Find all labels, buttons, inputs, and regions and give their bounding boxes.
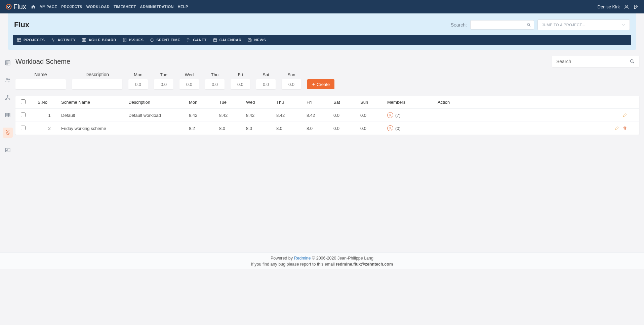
label-description: Description: [85, 72, 109, 77]
input-sun[interactable]: [282, 79, 301, 89]
svg-point-15: [9, 99, 10, 100]
subheader-title: Flux: [14, 20, 29, 29]
cell-thu: 8.42: [276, 113, 307, 118]
footer-bug-email: redmine.flux@zehntech.com: [336, 262, 393, 267]
input-thu[interactable]: [205, 79, 225, 89]
cell-sun: 0.0: [360, 113, 387, 118]
submenu-activity[interactable]: ACTIVITY: [51, 38, 76, 42]
cell-thu: 8.0: [276, 126, 307, 131]
input-name[interactable]: [15, 79, 66, 89]
sidebar-workload-scheme[interactable]: [3, 128, 13, 138]
th-thu: Thu: [276, 100, 307, 105]
label-sun: Sun: [287, 72, 295, 77]
th-scheme: Scheme Name: [61, 100, 128, 105]
page-title: Workload Scheme: [15, 58, 70, 65]
search-icon: [527, 22, 531, 27]
svg-point-14: [5, 99, 6, 100]
svg-point-12: [8, 79, 10, 80]
table-row: 2Friday working scheme8.28.08.08.08.00.0…: [15, 122, 639, 135]
footer-redmine-link[interactable]: Redmine: [294, 256, 311, 261]
page-search-input[interactable]: [556, 59, 630, 64]
svg-rect-7: [213, 39, 216, 42]
cell-action: [438, 113, 634, 118]
svg-rect-4: [82, 38, 86, 41]
nav-timesheet[interactable]: TIMESHEET: [114, 5, 136, 9]
svg-point-10: [6, 61, 7, 62]
create-button[interactable]: Create: [307, 79, 334, 89]
sidebar-report[interactable]: [3, 145, 13, 155]
row-checkbox[interactable]: [21, 112, 26, 117]
calendar-icon: [213, 38, 217, 42]
scheme-table: S.No Scheme Name Description Mon Tue Wed…: [15, 96, 639, 135]
submenu-issues[interactable]: ISSUES: [122, 38, 144, 42]
submenu-gantt[interactable]: GANTT: [186, 38, 206, 42]
page-search[interactable]: [552, 56, 639, 67]
content: Workload Scheme Name Description Mon Tue: [15, 50, 644, 252]
topbar-right: Denise Kirk: [598, 4, 639, 9]
cell-fri: 8.0: [307, 126, 333, 131]
sidebar-network[interactable]: [3, 93, 13, 103]
cell-action: [438, 126, 634, 131]
cell-tue: 8.0: [219, 126, 246, 131]
nav-help[interactable]: HELP: [178, 5, 188, 9]
user-icon[interactable]: [624, 4, 629, 9]
cell-desc: Default workload: [128, 113, 189, 118]
board-icon: [82, 38, 86, 42]
input-tue[interactable]: [154, 79, 173, 89]
svg-point-19: [631, 60, 633, 62]
nav-mypage[interactable]: MY PAGE: [40, 5, 57, 9]
brand-logo[interactable]: Flux: [5, 3, 26, 11]
nav-projects[interactable]: PROJECTS: [61, 5, 82, 9]
submenu-calendar[interactable]: CALENDAR: [213, 38, 242, 42]
th-action: Action: [438, 100, 634, 105]
edit-icon[interactable]: [614, 126, 619, 131]
cell-mon: 8.2: [189, 126, 219, 131]
sidebar-table[interactable]: [3, 110, 13, 120]
cell-wed: 8.0: [246, 126, 276, 131]
footer: Powered by Redmine © 2006-2020 Jean-Phil…: [0, 252, 644, 269]
global-search[interactable]: [470, 20, 534, 30]
user-name[interactable]: Denise Kirk: [598, 4, 620, 9]
label-sat: Sat: [263, 72, 269, 77]
topbar: Flux MY PAGE PROJECTS WORKLOAD TIMESHEET…: [0, 0, 644, 13]
footer-powered: Powered by: [271, 256, 294, 261]
members-icon: [387, 112, 393, 118]
nav-home[interactable]: [31, 4, 36, 9]
submenu-agile[interactable]: AGILE BOARD: [82, 38, 116, 42]
cell-mon: 8.42: [189, 113, 219, 118]
clock-icon: [150, 38, 154, 42]
nav-administration[interactable]: ADMINISTRATION: [140, 5, 174, 9]
search-label: Search:: [451, 22, 467, 28]
project-jump-dropdown[interactable]: JUMP TO A PROJECT...: [537, 19, 630, 30]
submenu-news[interactable]: NEWS: [247, 38, 266, 42]
global-search-input[interactable]: [473, 22, 527, 28]
input-fri[interactable]: [231, 79, 250, 89]
svg-point-1: [626, 5, 627, 7]
logout-icon[interactable]: [633, 4, 639, 9]
submenu-projects[interactable]: PROJECTS: [17, 38, 45, 42]
input-mon[interactable]: [128, 79, 148, 89]
th-mon: Mon: [189, 100, 219, 105]
input-wed[interactable]: [179, 79, 199, 89]
flux-logo-icon: [5, 3, 12, 10]
issues-icon: [122, 38, 127, 42]
label-wed: Wed: [185, 72, 194, 77]
row-checkbox[interactable]: [21, 126, 26, 130]
input-sat[interactable]: [256, 79, 276, 89]
label-thu: Thu: [211, 72, 218, 77]
select-all-checkbox[interactable]: [21, 99, 26, 104]
trash-icon[interactable]: [622, 126, 627, 131]
submenu: PROJECTS ACTIVITY AGILE BOARD ISSUES SPE…: [13, 35, 631, 45]
submenu-spenttime[interactable]: SPENT TIME: [150, 38, 180, 42]
th-sat: Sat: [333, 100, 360, 105]
sidebar-team[interactable]: [3, 75, 13, 85]
th-sun: Sun: [360, 100, 387, 105]
cell-scheme: Default: [61, 113, 128, 118]
cell-sat: 0.0: [333, 126, 360, 131]
input-description[interactable]: [72, 79, 122, 89]
svg-point-20: [390, 114, 391, 115]
brand-text: Flux: [13, 3, 26, 11]
edit-icon[interactable]: [622, 113, 627, 118]
sidebar-allocation[interactable]: [3, 58, 13, 68]
nav-workload[interactable]: WORKLOAD: [86, 5, 110, 9]
